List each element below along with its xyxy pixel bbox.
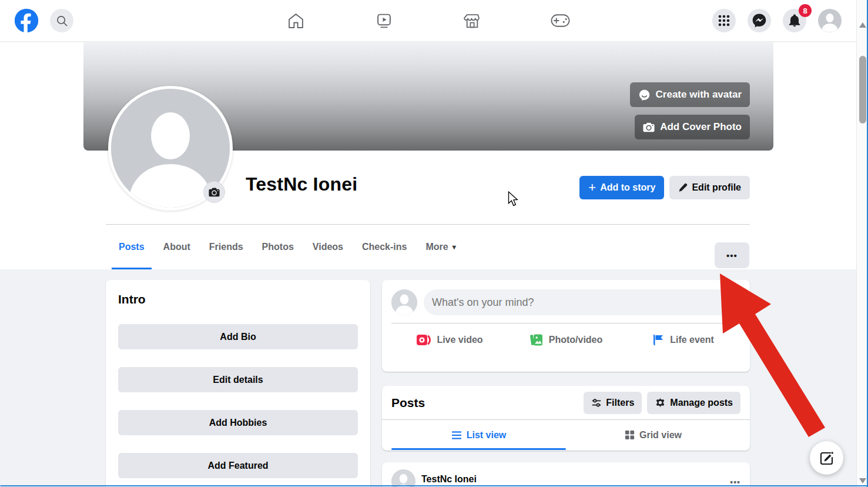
post-author-name[interactable]: TestNc Ionei xyxy=(421,469,477,485)
profile-menu-button[interactable] xyxy=(818,9,842,32)
tab-friends[interactable]: Friends xyxy=(200,225,253,269)
tab-about[interactable]: About xyxy=(154,225,200,269)
messenger-icon xyxy=(752,13,767,28)
life-event-label: Life event xyxy=(670,335,714,345)
compose-pencil-icon xyxy=(819,451,835,466)
live-video-button[interactable]: Live video xyxy=(391,328,508,352)
tab-posts[interactable]: Posts xyxy=(109,225,154,269)
list-view-tab[interactable]: List view xyxy=(391,420,566,450)
avatar-face-icon xyxy=(638,89,651,101)
live-video-label: Live video xyxy=(437,335,482,345)
nav-home-button[interactable] xyxy=(263,0,328,41)
create-with-avatar-button[interactable]: Create with avatar xyxy=(630,82,750,107)
search-icon xyxy=(56,15,68,26)
list-view-label: List view xyxy=(467,430,507,441)
manage-posts-button[interactable]: Manage posts xyxy=(647,392,740,414)
tab-check-ins[interactable]: Check-ins xyxy=(353,225,416,269)
notifications-button[interactable]: 8 xyxy=(783,9,806,32)
intro-card: Intro Add Bio Edit details Add Hobbies A… xyxy=(106,280,370,487)
camera-icon xyxy=(643,122,655,132)
life-event-flag-icon xyxy=(651,333,665,347)
profile-tabs: Posts About Friends Photos Videos Check-… xyxy=(109,225,465,269)
filters-button[interactable]: Filters xyxy=(584,392,642,414)
add-to-story-button[interactable]: + Add to story xyxy=(579,176,664,199)
add-cover-photo-label: Add Cover Photo xyxy=(660,121,742,133)
search-button[interactable] xyxy=(50,9,73,32)
update-profile-picture-button[interactable] xyxy=(203,181,225,203)
profile-content-area: Intro Add Bio Edit details Add Hobbies A… xyxy=(0,269,856,487)
filters-sliders-icon xyxy=(591,398,602,408)
pencil-icon xyxy=(678,183,688,192)
apps-grid-icon xyxy=(718,15,730,26)
composer-avatar[interactable] xyxy=(391,289,417,315)
nav-marketplace-button[interactable] xyxy=(440,0,504,41)
photo-video-label: Photo/video xyxy=(549,335,603,345)
profile-header-section: Create with avatar Add Cover Photo xyxy=(0,41,856,269)
tab-videos[interactable]: Videos xyxy=(303,225,353,269)
facebook-logo[interactable] xyxy=(15,9,38,32)
gear-icon xyxy=(655,397,666,408)
post-options-button[interactable]: ••• xyxy=(730,469,740,487)
grid-view-label: Grid view xyxy=(639,430,682,441)
notification-badge: 8 xyxy=(799,4,812,17)
tab-more[interactable]: More ▾ xyxy=(416,225,465,269)
list-view-icon xyxy=(451,431,462,440)
photo-video-button[interactable]: Photo/video xyxy=(508,328,624,352)
edit-profile-label: Edit profile xyxy=(692,182,741,193)
life-event-button[interactable]: Life event xyxy=(624,328,740,352)
gaming-icon xyxy=(551,14,570,28)
add-hobbies-button[interactable]: Add Hobbies xyxy=(118,410,358,435)
posts-section-title: Posts xyxy=(391,396,584,410)
whats-on-your-mind-input[interactable] xyxy=(424,289,740,315)
post-author-avatar[interactable] xyxy=(391,469,415,487)
facebook-f-icon xyxy=(15,9,38,32)
bell-icon xyxy=(787,14,802,28)
intro-title: Intro xyxy=(118,292,358,306)
camera-icon xyxy=(209,187,220,197)
add-featured-button[interactable]: Add Featured xyxy=(118,453,358,478)
add-to-story-label: Add to story xyxy=(600,182,655,193)
manage-posts-label: Manage posts xyxy=(670,398,733,408)
chevron-down-icon: ▾ xyxy=(453,243,456,251)
vertical-scrollbar[interactable] xyxy=(856,0,868,487)
grid-view-icon xyxy=(625,430,635,440)
compose-floating-button[interactable] xyxy=(810,441,843,475)
post-composer-card: Live video Photo/video Life event xyxy=(382,280,750,372)
scrollbar-thumb[interactable] xyxy=(859,56,866,124)
apps-menu-button[interactable] xyxy=(712,9,736,32)
user-avatar-icon xyxy=(818,9,842,32)
live-video-icon xyxy=(416,333,431,346)
scrollbar-up-arrow[interactable] xyxy=(859,22,866,28)
posts-controls-card: Posts Filters Manage posts xyxy=(382,386,750,451)
plus-icon: + xyxy=(588,182,596,194)
nav-gaming-button[interactable] xyxy=(528,0,592,41)
edit-details-button[interactable]: Edit details xyxy=(118,367,358,392)
nav-watch-button[interactable] xyxy=(351,0,416,41)
marketplace-icon xyxy=(464,12,481,29)
window-border-bottom xyxy=(0,485,868,486)
tab-photos[interactable]: Photos xyxy=(253,225,303,269)
messenger-button[interactable] xyxy=(748,9,771,32)
nav-right-group: 8 xyxy=(712,9,842,32)
user-avatar-icon xyxy=(391,469,415,487)
profile-name: TestNc Ionei xyxy=(246,174,357,195)
top-navigation-bar: 8 xyxy=(0,0,856,41)
create-with-avatar-label: Create with avatar xyxy=(656,89,742,101)
scrollbar-down-arrow[interactable] xyxy=(859,478,866,483)
post-card: TestNc Ionei ••• xyxy=(382,462,750,487)
watch-video-icon xyxy=(376,12,393,29)
home-icon xyxy=(287,12,304,29)
user-avatar-icon xyxy=(391,289,417,315)
filters-label: Filters xyxy=(606,398,634,408)
grid-view-tab[interactable]: Grid view xyxy=(566,420,740,450)
add-cover-photo-button[interactable]: Add Cover Photo xyxy=(635,115,750,139)
add-bio-button[interactable]: Add Bio xyxy=(118,324,358,349)
edit-profile-button[interactable]: Edit profile xyxy=(669,176,750,199)
list-view-underline xyxy=(391,448,566,450)
profile-overflow-menu-button[interactable]: ••• xyxy=(715,242,749,268)
photo-video-icon xyxy=(529,333,544,347)
